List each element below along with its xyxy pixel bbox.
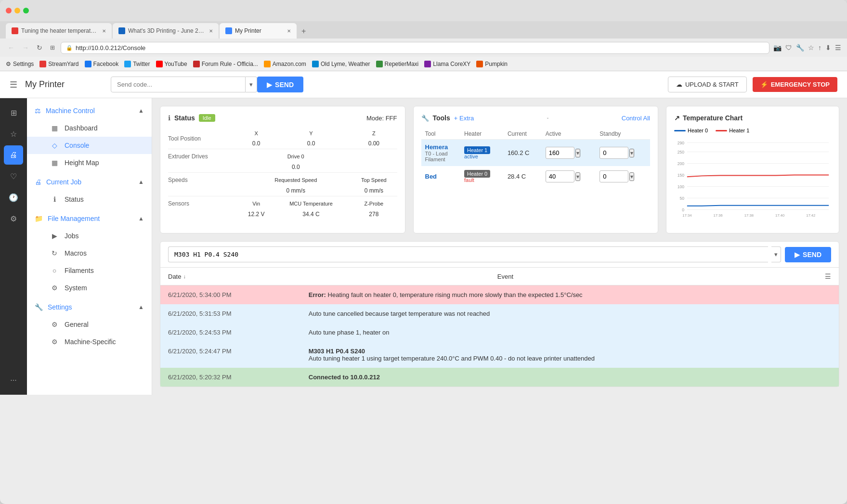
strip-clock-icon[interactable]: 🕐 bbox=[4, 188, 23, 207]
send-code-input[interactable] bbox=[111, 77, 246, 92]
bed-active-control: ▾ bbox=[546, 170, 592, 182]
y-label-200: 200 bbox=[678, 161, 685, 166]
bookmark-settings[interactable]: ⚙ Settings bbox=[6, 61, 34, 67]
top-speed-label: Top Speed bbox=[351, 173, 397, 186]
strip-gear-icon[interactable]: ⚙ bbox=[4, 209, 23, 228]
console-input[interactable] bbox=[168, 246, 768, 262]
strip-heart-icon[interactable]: ♡ bbox=[4, 167, 23, 186]
sidebar-item-dashboard[interactable]: ▦ Dashboard bbox=[27, 119, 152, 137]
new-tab-button[interactable]: + bbox=[298, 24, 310, 39]
bookmark-streamyard[interactable]: StreamYard bbox=[39, 61, 78, 67]
header-send-label: SEND bbox=[275, 81, 294, 89]
tab2-label: What's 3D Printing - June 21, 2... bbox=[128, 27, 206, 34]
sidebar-item-machine-specific[interactable]: ⚙ Machine-Specific bbox=[27, 333, 152, 350]
bookmark-star-icon[interactable]: ☆ bbox=[808, 44, 814, 52]
sidebar-item-macros[interactable]: ↻ Macros bbox=[27, 245, 152, 262]
sidebar-item-console[interactable]: ◇ Console bbox=[27, 137, 152, 154]
requested-speed-val: 0 mm/s bbox=[241, 185, 351, 196]
camera-icon[interactable]: 📷 bbox=[773, 44, 782, 52]
log-event-4-bold: Connected to 10.0.0.212 bbox=[309, 374, 380, 381]
sidebar-item-height-map[interactable]: ▦ Height Map bbox=[27, 154, 152, 171]
tab3-close[interactable]: ✕ bbox=[287, 28, 291, 34]
tools-table: Tool Heater Current Active Standby bbox=[421, 129, 651, 187]
sidebar-section-settings-header[interactable]: 🔧 Settings ▲ bbox=[27, 298, 152, 316]
extensions-icon[interactable]: 🔧 bbox=[796, 44, 804, 52]
facebook-favicon bbox=[85, 61, 91, 67]
vin-val: 12.2 V bbox=[241, 209, 272, 220]
log-date-label: Date bbox=[168, 273, 181, 280]
z-probe-label: Z-Probe bbox=[351, 196, 397, 209]
minimize-button[interactable] bbox=[14, 8, 20, 13]
hamburger-button[interactable]: ☰ bbox=[10, 79, 17, 90]
sidebar-section-file-management-header[interactable]: 📁 File Management ▲ bbox=[27, 210, 152, 227]
bookmark-forum[interactable]: Forum Rule - Officia... bbox=[193, 61, 258, 67]
y-label: Y bbox=[272, 129, 351, 138]
tools-extra[interactable]: + Extra bbox=[454, 115, 474, 122]
bookmark-pumpkin[interactable]: Pumpkin bbox=[476, 61, 508, 67]
menu-icon[interactable]: ☰ bbox=[835, 44, 841, 52]
console-area: ▾ ▶ SEND Date ↓ Event ☰ bbox=[160, 241, 839, 387]
browser-tab-3[interactable]: My Printer ✕ bbox=[220, 23, 297, 39]
tools-control-all[interactable]: Control All bbox=[622, 115, 650, 122]
browser-tab-1[interactable]: Tuning the heater temperature... ✕ bbox=[6, 23, 112, 39]
twitter-favicon bbox=[124, 61, 131, 67]
sort-icon[interactable]: ↓ bbox=[183, 273, 186, 279]
bookmark-twitter[interactable]: Twitter bbox=[124, 61, 150, 67]
sidebar-item-general[interactable]: ⚙ General bbox=[27, 316, 152, 333]
send-code-dropdown[interactable]: ▾ bbox=[246, 77, 257, 92]
download-icon[interactable]: ⬇ bbox=[825, 44, 831, 52]
tab1-close[interactable]: ✕ bbox=[102, 28, 106, 34]
close-button[interactable] bbox=[6, 8, 12, 13]
bookmark-facebook[interactable]: Facebook bbox=[85, 61, 119, 67]
log-menu-icon[interactable]: ☰ bbox=[825, 272, 831, 280]
maximize-button[interactable] bbox=[23, 8, 29, 13]
sidebar-item-jobs[interactable]: ▶ Jobs bbox=[27, 227, 152, 245]
strip-home-icon[interactable]: ⊞ bbox=[4, 103, 23, 122]
y-label-250: 250 bbox=[678, 150, 685, 155]
bookmark-repet[interactable]: RepetierMaxi bbox=[376, 61, 419, 67]
sidebar-section-current-job-header[interactable]: 🖨 Current Job ▲ bbox=[27, 173, 152, 191]
tool-position-row: Tool Position X Y Z bbox=[168, 129, 397, 138]
bookmark-llama[interactable]: Llama CoreXY bbox=[424, 61, 470, 67]
refresh-button[interactable]: ↻ bbox=[35, 43, 44, 52]
sidebar-item-filaments[interactable]: ○ Filaments bbox=[27, 262, 152, 279]
strip-printer-icon[interactable]: 🖨 bbox=[4, 145, 23, 165]
shield-icon[interactable]: 🛡 bbox=[785, 44, 792, 52]
legend-heater0: Heater 0 bbox=[674, 128, 708, 133]
upload-start-button[interactable]: ☁ UPLOAD & START bbox=[668, 77, 747, 92]
hemera-standby-dropdown[interactable]: ▾ bbox=[629, 149, 634, 157]
header-send-button[interactable]: ▶ SEND bbox=[257, 77, 303, 92]
strip-more-icon[interactable]: ··· bbox=[4, 371, 23, 390]
chart-trend-icon: ↗ bbox=[674, 114, 680, 122]
bookmark-weather[interactable]: Old Lyme, Weather bbox=[312, 61, 370, 67]
share-icon[interactable]: ↑ bbox=[818, 44, 821, 52]
bookmark-youtube[interactable]: YouTube bbox=[156, 61, 187, 67]
bed-standby-dropdown[interactable]: ▾ bbox=[629, 172, 634, 181]
emergency-stop-button[interactable]: ⚡ EMERGENCY STOP bbox=[753, 77, 837, 92]
home-button[interactable]: ⊞ bbox=[48, 43, 57, 52]
back-button[interactable]: ← bbox=[6, 43, 16, 52]
bed-active-input[interactable] bbox=[546, 170, 574, 182]
tab2-close[interactable]: ✕ bbox=[209, 28, 213, 34]
console-send-button[interactable]: ▶ SEND bbox=[785, 247, 831, 262]
x-label: X bbox=[241, 129, 272, 138]
strip-star-icon[interactable]: ☆ bbox=[4, 124, 23, 143]
header-right: ☁ UPLOAD & START ⚡ EMERGENCY STOP bbox=[668, 77, 837, 92]
hemera-standby-input[interactable] bbox=[599, 147, 628, 159]
sidebar-item-system[interactable]: ⚙ System bbox=[27, 279, 152, 297]
bed-active-dropdown[interactable]: ▾ bbox=[575, 172, 580, 181]
bookmark-amazon[interactable]: Amazon.com bbox=[264, 61, 306, 67]
address-bar[interactable]: 🔒 http://10.0.0.212/Console bbox=[61, 42, 769, 54]
hemera-active-input[interactable] bbox=[546, 147, 574, 159]
forward-button[interactable]: → bbox=[20, 43, 31, 52]
log-date-1: 6/21/2020, 5:31:53 PM bbox=[160, 304, 301, 323]
sidebar-section-machine-control-header[interactable]: ⚖ Machine Control ▲ bbox=[27, 102, 152, 119]
bed-standby-input[interactable] bbox=[599, 170, 628, 182]
macros-icon: ↻ bbox=[50, 249, 59, 257]
sidebar-item-status[interactable]: ℹ Status bbox=[27, 191, 152, 208]
traffic-lights bbox=[6, 8, 29, 13]
hemera-active-dropdown[interactable]: ▾ bbox=[575, 149, 580, 157]
browser-tab-2[interactable]: What's 3D Printing - June 21, 2... ✕ bbox=[113, 23, 219, 39]
amazon-favicon bbox=[264, 61, 271, 67]
console-dropdown[interactable]: ▾ bbox=[771, 246, 781, 262]
